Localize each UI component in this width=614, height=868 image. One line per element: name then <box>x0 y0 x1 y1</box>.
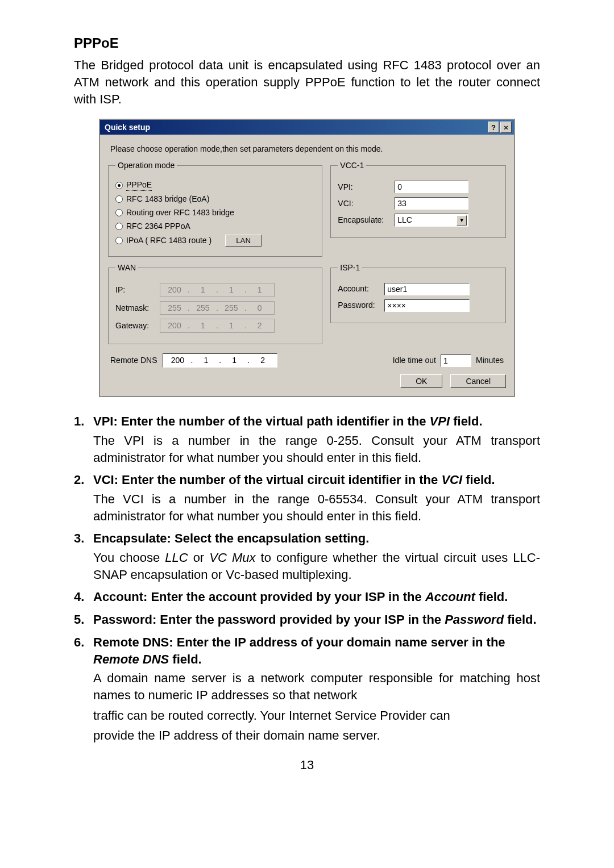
password-input[interactable] <box>384 299 470 312</box>
idle-input[interactable] <box>441 354 471 367</box>
password-label: Password: <box>338 300 380 311</box>
radio-pppoa[interactable]: RFC 2364 PPPoA <box>115 221 315 232</box>
netmask-label: Netmask: <box>115 303 155 314</box>
list-item: 6.Remote DNS: Enter the IP address of yo… <box>74 634 540 744</box>
account-input[interactable] <box>384 283 470 295</box>
ok-button[interactable]: OK <box>400 374 442 388</box>
radio-label: Routing over RFC 1483 bridge <box>126 207 234 218</box>
vci-input[interactable] <box>395 197 468 210</box>
intro-paragraph: The Bridged protocol data unit is encaps… <box>74 57 540 107</box>
isp-group: ISP-1 Account: Password: <box>330 262 506 323</box>
encapsulate-label: Encapsulate: <box>338 215 390 226</box>
radio-icon <box>115 237 123 244</box>
radio-icon <box>115 195 123 203</box>
radio-routing-1483[interactable]: Routing over RFC 1483 bridge <box>115 207 315 218</box>
quick-setup-dialog: Quick setup ? × Please choose operation … <box>99 119 515 397</box>
remote-dns-input[interactable]: 200. 1. 1. 2 <box>163 353 277 368</box>
radio-icon <box>115 182 123 189</box>
radio-label: IPoA ( RFC 1483 route ) <box>126 235 211 246</box>
list-item: 3.Encapsulate: Select the encapsulation … <box>74 530 540 583</box>
wan-legend: WAN <box>115 262 138 273</box>
vcc-group: VCC-1 VPI: VCI: Encapsulate: LLC ▼ <box>330 160 506 238</box>
vci-label: VCI: <box>338 198 390 209</box>
radio-icon <box>115 209 123 216</box>
radio-eoa[interactable]: RFC 1483 bridge (EoA) <box>115 194 315 205</box>
vpi-input[interactable] <box>395 181 468 193</box>
idle-label: Idle time out <box>393 355 436 366</box>
radio-label: RFC 2364 PPPoA <box>126 221 190 232</box>
dialog-caption: Please choose operation mode,then set pa… <box>110 144 504 155</box>
list-item: 2.VCI: Enter the number of the virtual c… <box>74 471 540 524</box>
dialog-title: Quick setup <box>102 122 150 133</box>
titlebar: Quick setup ? × <box>100 120 514 135</box>
gateway-field: 200. 1. 1. 2 <box>160 319 275 333</box>
idle-unit: Minutes <box>476 355 504 366</box>
account-label: Account: <box>338 283 380 294</box>
vcc-legend: VCC-1 <box>338 160 366 171</box>
close-icon[interactable]: × <box>500 122 512 133</box>
page-number: 13 <box>74 757 540 774</box>
wan-group: WAN IP: 200. 1. 1. 1 Netmask: 255. <box>108 262 322 345</box>
list-item: 5.Password: Enter the password provided … <box>74 611 540 628</box>
lan-button[interactable]: LAN <box>225 235 262 247</box>
section-heading: PPPoE <box>74 34 540 52</box>
radio-ipoa[interactable]: IPoA ( RFC 1483 route ) LAN <box>115 235 315 247</box>
operation-mode-legend: Operation mode <box>115 160 177 171</box>
cancel-button[interactable]: Cancel <box>450 374 506 388</box>
netmask-field: 255. 255. 255. 0 <box>160 301 275 315</box>
encapsulate-select[interactable]: LLC ▼ <box>395 214 468 227</box>
list-item: 1.VPI: Enter the number of the virtual p… <box>74 413 540 466</box>
radio-label: PPPoE <box>126 180 152 191</box>
gateway-label: Gateway: <box>115 320 155 331</box>
radio-pppoe[interactable]: PPPoE <box>115 180 315 191</box>
ip-label: IP: <box>115 285 155 295</box>
isp-legend: ISP-1 <box>338 262 362 273</box>
chevron-down-icon: ▼ <box>457 215 467 226</box>
list-item: 4.Account: Enter the account provided by… <box>74 589 540 606</box>
radio-label: RFC 1483 bridge (EoA) <box>126 194 209 205</box>
operation-mode-group: Operation mode PPPoE RFC 1483 bridge (Eo… <box>108 160 322 256</box>
encapsulate-value: LLC <box>397 215 412 226</box>
help-icon[interactable]: ? <box>488 122 499 133</box>
vpi-label: VPI: <box>338 182 390 193</box>
radio-icon <box>115 223 123 230</box>
remote-dns-label: Remote DNS <box>110 355 157 366</box>
ip-field: 200. 1. 1. 1 <box>160 283 275 297</box>
